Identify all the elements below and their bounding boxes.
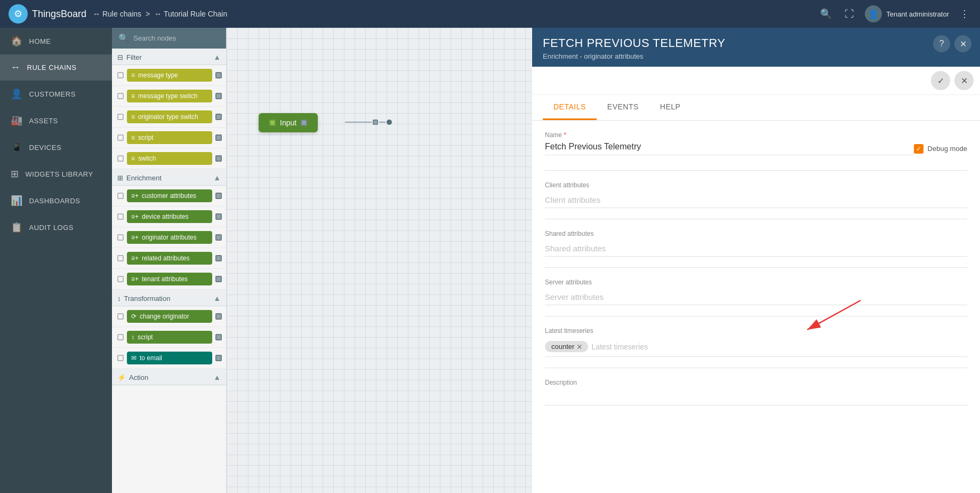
more-button[interactable]: ⋮ — [958, 6, 971, 22]
shared-attributes-label: Shared attributes — [545, 230, 967, 237]
chip-icon: ≡ — [131, 134, 135, 141]
enrichment-icon: ⊞ — [117, 174, 123, 182]
node-originator-attributes[interactable]: ≡+ originator attributes — [112, 227, 226, 248]
input-port-right — [301, 120, 307, 126]
node-switch[interactable]: ≡ switch — [112, 148, 226, 169]
node-tenant-attributes[interactable]: ≡+ tenant attributes — [112, 269, 226, 290]
customers-icon: 👤 — [11, 88, 23, 100]
sidebar: 🏠 HOME ↔ RULE CHAINS 👤 CUSTOMERS 🏭 ASSET… — [0, 28, 112, 493]
close-panel-button[interactable]: ✕ — [954, 35, 971, 52]
node-chip: ≡+ tenant attributes — [127, 273, 212, 285]
help-button[interactable]: ? — [933, 35, 950, 52]
timeseries-tag-input[interactable] — [591, 343, 967, 351]
sidebar-item-assets[interactable]: 🏭 ASSETS — [0, 107, 112, 134]
confirm-button[interactable]: ✓ — [931, 71, 950, 90]
tag-input-area[interactable]: counter ✕ — [545, 338, 967, 357]
node-originator-type-switch[interactable]: ≡ originator type switch — [112, 107, 226, 128]
logo[interactable]: ⚙ ThingsBoard — [9, 4, 86, 23]
filter-section-title: ⊟ Filter — [117, 53, 142, 61]
action-section-header[interactable]: ⚡ Action ▲ — [112, 369, 226, 385]
drag-handle — [117, 72, 124, 78]
node-message-type-switch[interactable]: ≡ message type switch — [112, 86, 226, 107]
filter-icon: ⊟ — [117, 53, 123, 61]
client-attributes-input[interactable] — [545, 192, 967, 208]
tab-details[interactable]: DETAILS — [543, 95, 597, 120]
server-attributes-input[interactable] — [545, 289, 967, 305]
debug-mode-checkbox[interactable]: ✓ — [914, 144, 923, 154]
node-search-input[interactable] — [133, 34, 223, 42]
tab-help[interactable]: HELP — [649, 95, 692, 120]
sidebar-item-devices[interactable]: 📱 DEVICES — [0, 134, 112, 161]
chip-icon: ≡ — [131, 113, 135, 121]
chip-icon: ⟳ — [131, 313, 136, 320]
rule-chains-icon: ↔ — [11, 62, 21, 73]
detail-header: FETCH PREVIOUS TELEMETRY Enrichment - or… — [532, 28, 980, 67]
user-info[interactable]: 👤 Tenant administrator — [865, 5, 949, 22]
tab-events[interactable]: EVENTS — [597, 95, 649, 120]
detail-title: FETCH PREVIOUS TELEMETRY — [543, 36, 969, 50]
sidebar-item-customers[interactable]: 👤 CUSTOMERS — [0, 81, 112, 107]
form-divider-5 — [545, 368, 967, 368]
nav-left: ⚙ ThingsBoard ↔ Rule chains > ↔ Tutorial… — [9, 4, 227, 23]
sidebar-item-rule-chains[interactable]: ↔ RULE CHAINS — [0, 54, 112, 81]
node-device-attributes[interactable]: ≡+ device attributes — [112, 206, 226, 227]
node-script-transformation[interactable]: ↕ script — [112, 327, 226, 348]
form-divider-2 — [545, 219, 967, 219]
tag-remove-button[interactable]: ✕ — [576, 343, 583, 351]
node-chip: ≡ originator type switch — [127, 110, 212, 123]
sidebar-label-customers: CUSTOMERS — [29, 90, 76, 98]
fullscreen-button[interactable]: ⛶ — [842, 6, 856, 22]
counter-tag-label: counter — [551, 343, 574, 351]
logo-icon: ⚙ — [9, 4, 28, 23]
input-node-label: Input — [280, 118, 296, 127]
sidebar-item-audit-logs[interactable]: 📋 AUDIT LOGS — [0, 214, 112, 241]
transformation-collapse-icon: ▲ — [213, 294, 221, 303]
detail-form: Name Fetch Previous Telemetry ✓ Debug mo… — [532, 121, 980, 493]
search-button[interactable]: 🔍 — [818, 6, 834, 22]
sidebar-label-audit-logs: AUDIT LOGS — [29, 224, 74, 232]
transformation-section-header[interactable]: ↕ Transformation ▲ — [112, 290, 226, 306]
sidebar-label-widgets: WIDGETS LIBRARY — [26, 170, 93, 178]
debug-mode-label: Debug mode — [928, 145, 967, 153]
form-divider-3 — [545, 267, 967, 268]
main-layout: 🏠 HOME ↔ RULE CHAINS 👤 CUSTOMERS 🏭 ASSET… — [0, 28, 980, 493]
latest-timeseries-label: Latest timeseries — [545, 327, 967, 335]
cancel-button[interactable]: ✕ — [954, 71, 974, 90]
sidebar-label-rule-chains: RULE CHAINS — [27, 63, 77, 71]
node-related-attributes[interactable]: ≡+ related attributes — [112, 248, 226, 269]
drag-handle — [117, 155, 124, 162]
detail-tabs: DETAILS EVENTS HELP — [532, 95, 980, 121]
node-script-filter[interactable]: ≡ script — [112, 128, 226, 148]
filter-section-header[interactable]: ⊟ Filter ▲ — [112, 49, 226, 65]
avatar: 👤 — [865, 5, 882, 22]
breadcrumb-tutorial[interactable]: ↔ Tutorial Rule Chain — [154, 10, 227, 18]
sidebar-label-assets: ASSETS — [29, 117, 58, 125]
node-change-originator[interactable]: ⟳ change originator — [112, 306, 226, 327]
widgets-icon: ⊞ — [11, 168, 19, 180]
canvas-input-node[interactable]: Input — [259, 113, 318, 132]
node-connector — [215, 334, 222, 340]
drag-handle — [117, 255, 124, 261]
node-search-icon: 🔍 — [118, 33, 129, 43]
sidebar-item-dashboards[interactable]: 📊 DASHBOARDS — [0, 187, 112, 214]
node-customer-attributes[interactable]: ≡+ customer attributes — [112, 186, 226, 206]
detail-panel: FETCH PREVIOUS TELEMETRY Enrichment - or… — [532, 28, 980, 493]
node-to-email[interactable]: ✉ to email — [112, 348, 226, 369]
chip-icon: ≡+ — [131, 213, 139, 220]
chip-icon: ≡+ — [131, 234, 139, 241]
drag-handle — [117, 213, 124, 220]
node-message-type[interactable]: ≡ message type — [112, 65, 226, 86]
chip-icon: ≡ — [131, 92, 135, 100]
enrichment-section-header[interactable]: ⊞ Enrichment ▲ — [112, 169, 226, 186]
name-row: Name Fetch Previous Telemetry ✓ Debug mo… — [545, 131, 967, 166]
drag-handle — [117, 93, 124, 99]
breadcrumb-rule-chains[interactable]: ↔ Rule chains — [93, 10, 141, 18]
description-input[interactable] — [545, 389, 967, 405]
sidebar-item-widgets-library[interactable]: ⊞ WIDGETS LIBRARY — [0, 161, 112, 187]
shared-attributes-input[interactable] — [545, 241, 967, 257]
sidebar-label-devices: DEVICES — [29, 144, 62, 152]
chip-icon: ≡ — [131, 155, 135, 162]
sidebar-item-home[interactable]: 🏠 HOME — [0, 28, 112, 54]
node-connector — [215, 234, 222, 241]
drag-handle — [117, 234, 124, 241]
